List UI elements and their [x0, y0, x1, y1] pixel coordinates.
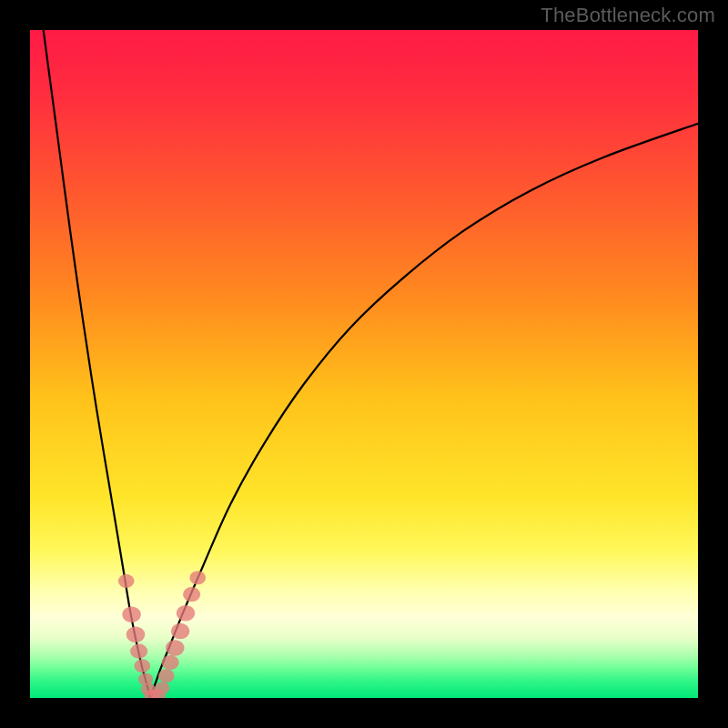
data-marker: [155, 682, 169, 694]
data-marker: [177, 605, 196, 621]
data-marker: [126, 627, 146, 642]
data-marker: [162, 655, 179, 670]
curve-left-branch: [44, 30, 150, 698]
data-marker: [189, 571, 206, 584]
marker-group: [118, 571, 206, 698]
outer-frame: TheBottleneck.com: [0, 0, 728, 728]
curve-right-branch: [150, 124, 698, 698]
data-marker: [122, 607, 141, 622]
data-marker: [166, 640, 185, 655]
data-marker: [135, 659, 151, 672]
watermark-text: TheBottleneck.com: [541, 4, 715, 27]
data-marker: [130, 644, 147, 659]
plot-area: [30, 30, 698, 698]
curve-layer: [30, 30, 698, 698]
data-marker: [158, 669, 175, 682]
data-marker: [171, 623, 190, 639]
data-marker: [118, 574, 135, 588]
data-marker: [183, 587, 200, 602]
